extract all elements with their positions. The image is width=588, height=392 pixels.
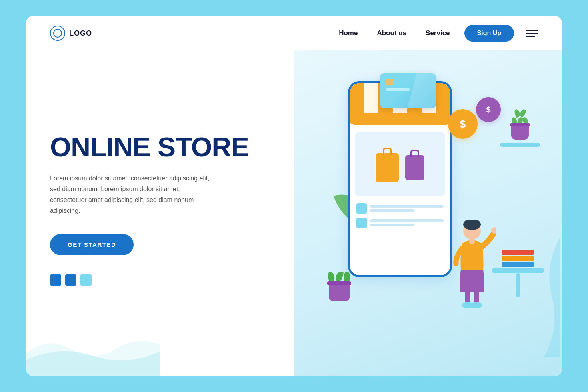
nav-home[interactable]: Home (339, 29, 358, 37)
plant-left (328, 272, 350, 301)
table-top (492, 268, 544, 273)
screen-products (355, 132, 445, 196)
logo-text: LOGO (69, 29, 92, 38)
main-card: LOGO Home About us Service Sign Up ONLIN… (26, 16, 562, 376)
illustration-area: $ $ (308, 69, 548, 357)
navbar: LOGO Home About us Service Sign Up (26, 16, 562, 50)
shopping-bag-orange (376, 153, 399, 182)
credit-card-illustration (380, 73, 436, 108)
dot-2 (65, 274, 76, 286)
coin-dollar-2: $ (476, 97, 501, 122)
plant-right (500, 109, 540, 140)
nav-service[interactable]: Service (426, 29, 450, 37)
logo-icon (50, 26, 65, 41)
screen-item-2 (356, 218, 444, 228)
dots-decoration (50, 274, 270, 286)
svg-rect-7 (469, 238, 475, 244)
nav-about[interactable]: About us (377, 29, 406, 37)
books-stack (502, 250, 534, 267)
shelf-area (500, 109, 540, 151)
shelf-board (500, 143, 540, 147)
dot-1 (50, 274, 61, 286)
left-panel: ONLINE STORE Lorem ipsum dolor sit amet,… (26, 50, 294, 376)
get-started-button[interactable]: GET STARTED (50, 234, 134, 255)
main-content: ONLINE STORE Lorem ipsum dolor sit amet,… (26, 50, 562, 376)
logo-area: LOGO (50, 26, 92, 41)
phone-mockup (348, 81, 452, 277)
table-leg (516, 273, 520, 297)
svg-point-6 (471, 302, 482, 308)
right-panel: $ $ (294, 50, 562, 376)
nav-links: Home About us Service (339, 29, 450, 37)
table-area (492, 268, 544, 297)
signup-button[interactable]: Sign Up (464, 25, 514, 42)
screen-items-list (355, 202, 445, 230)
wave-decoration (26, 331, 160, 376)
coin-dollar-1: $ (448, 109, 478, 139)
shopping-bag-purple (405, 155, 424, 180)
character-illustration (448, 220, 496, 309)
screen-item-1 (356, 203, 444, 214)
hamburger-menu[interactable] (526, 30, 538, 37)
hero-title: ONLINE STORE (50, 133, 270, 161)
hero-description: Lorem ipsum dolor sit amet, consectetuer… (50, 173, 218, 216)
dot-3 (80, 274, 92, 286)
phone-screen (350, 127, 450, 234)
card-chip (386, 79, 394, 85)
